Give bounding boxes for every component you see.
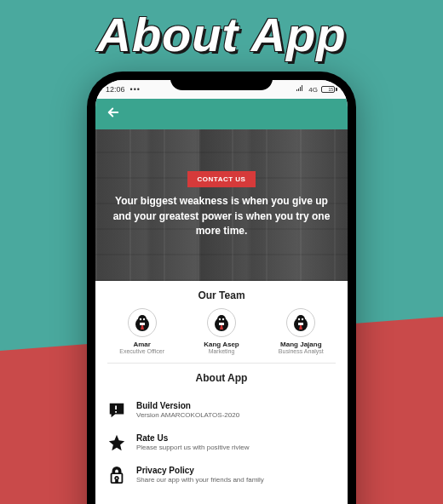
team-member[interactable]: Amar Executive Officer bbox=[102, 308, 181, 354]
content-area: Our Team Amar Executive Officer Kang Ase bbox=[95, 281, 348, 504]
avatar-icon bbox=[128, 308, 157, 337]
about-item-rate-us[interactable]: Rate Us Please support us with positive … bbox=[107, 427, 336, 459]
svg-point-13 bbox=[302, 318, 303, 320]
status-more-icon: ••• bbox=[130, 85, 141, 94]
about-item-build-version[interactable]: Build Version Version AMARCOKOLATOS-2020 bbox=[107, 394, 336, 427]
phone-frame: 12:06 ••• 4G 15 C bbox=[87, 72, 356, 504]
promo-backdrop: About App 12:06 ••• 4G 15 bbox=[0, 0, 443, 504]
hero-quote: Your biggest weakness is when you give u… bbox=[111, 194, 332, 238]
svg-point-8 bbox=[222, 318, 224, 320]
member-name: Amar bbox=[133, 341, 150, 348]
about-item-privacy-policy[interactable]: Privacy Policy Share our app with your f… bbox=[107, 459, 336, 491]
promo-title: About App bbox=[0, 7, 443, 62]
about-item-sub: Share our app with your friends and fami… bbox=[136, 476, 264, 484]
team-row: Amar Executive Officer Kang Asep Marketi… bbox=[95, 308, 348, 363]
network-label: 4G bbox=[308, 86, 318, 94]
svg-point-12 bbox=[298, 318, 300, 320]
status-time: 12:06 bbox=[106, 85, 125, 94]
svg-rect-9 bbox=[219, 323, 224, 325]
battery-icon: 15 bbox=[321, 86, 337, 93]
star-icon bbox=[107, 433, 126, 452]
team-member[interactable]: Kang Asep Marketing bbox=[182, 308, 261, 354]
about-item-label: Rate Us bbox=[136, 433, 250, 443]
about-item-label: Privacy Policy bbox=[136, 466, 264, 475]
about-list: Build Version Version AMARCOKOLATOS-2020… bbox=[95, 391, 348, 504]
about-item-label: Build Version bbox=[136, 401, 239, 410]
app-bar bbox=[95, 99, 348, 129]
svg-point-2 bbox=[139, 318, 141, 320]
member-role: Executive Officer bbox=[119, 348, 164, 354]
member-role: Business Analyst bbox=[279, 348, 324, 354]
battery-pct: 15 bbox=[328, 88, 333, 92]
phone-notch bbox=[170, 72, 273, 90]
signal-icon bbox=[296, 85, 305, 94]
phone-screen: 12:06 ••• 4G 15 C bbox=[95, 80, 348, 504]
about-item-sub: Version AMARCOKOLATOS-2020 bbox=[136, 411, 239, 419]
svg-point-7 bbox=[219, 318, 221, 320]
about-item-sub: Please support us with positive riview bbox=[136, 444, 250, 451]
member-role: Marketing bbox=[209, 348, 235, 354]
svg-point-3 bbox=[142, 318, 144, 320]
lock-icon bbox=[107, 466, 126, 484]
svg-rect-4 bbox=[140, 323, 145, 325]
team-member[interactable]: Mang Jajang Business Analyst bbox=[262, 308, 340, 354]
team-heading: Our Team bbox=[95, 281, 348, 308]
avatar-icon bbox=[286, 308, 315, 337]
avatar-icon bbox=[207, 308, 236, 337]
hero-section: CONTACT US Your biggest weakness is when… bbox=[95, 129, 348, 281]
member-name: Kang Asep bbox=[204, 341, 239, 348]
svg-rect-14 bbox=[298, 323, 303, 325]
about-heading: About App bbox=[95, 364, 348, 391]
message-alert-icon bbox=[107, 401, 126, 420]
back-arrow-icon[interactable] bbox=[106, 105, 121, 124]
contact-us-button[interactable]: CONTACT US bbox=[187, 171, 256, 187]
member-name: Mang Jajang bbox=[280, 341, 321, 348]
